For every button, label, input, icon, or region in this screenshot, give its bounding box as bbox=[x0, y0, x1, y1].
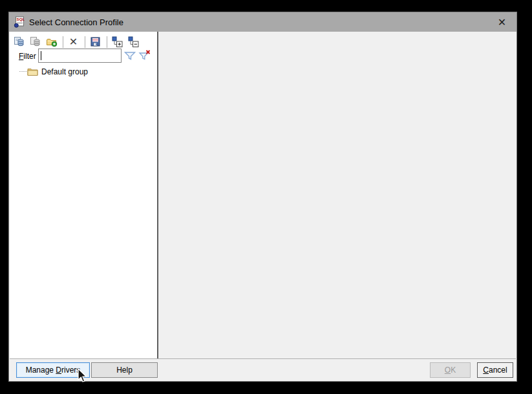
filter-input[interactable] bbox=[38, 49, 122, 63]
save-profiles-icon[interactable] bbox=[89, 36, 101, 48]
tree-connector bbox=[19, 71, 27, 72]
text-caret bbox=[41, 51, 41, 60]
window-title: Select Connection Profile bbox=[29, 17, 123, 27]
filter-icon[interactable] bbox=[123, 50, 136, 61]
help-button[interactable]: Help bbox=[91, 362, 158, 378]
collapse-all-icon[interactable] bbox=[127, 36, 140, 48]
toolbar-separator bbox=[107, 36, 107, 48]
mouse-cursor-icon bbox=[78, 368, 89, 384]
expand-all-icon[interactable] bbox=[111, 36, 123, 48]
ok-button[interactable]: OK bbox=[430, 362, 471, 378]
cancel-button[interactable]: Cancel bbox=[477, 362, 513, 378]
select-connection-profile-dialog: SQL Select Connection Profile ✕ bbox=[8, 12, 517, 382]
profile-tree-panel: ✕ bbox=[10, 32, 157, 358]
toolbar-separator bbox=[85, 36, 85, 48]
toolbar-separator bbox=[63, 36, 63, 48]
tree-item-default-group[interactable]: Default group bbox=[10, 66, 157, 77]
close-icon[interactable]: ✕ bbox=[487, 12, 516, 32]
filter-label: Filter bbox=[19, 52, 36, 61]
profile-detail-panel bbox=[158, 32, 516, 358]
sql-workbench-icon: SQL bbox=[14, 16, 25, 28]
titlebar: SQL Select Connection Profile ✕ bbox=[9, 12, 516, 32]
new-group-icon[interactable] bbox=[45, 36, 58, 48]
svg-text:SQL: SQL bbox=[17, 17, 25, 21]
clear-filter-icon[interactable] bbox=[138, 49, 151, 61]
folder-icon bbox=[27, 67, 38, 76]
profile-toolbar: ✕ bbox=[10, 32, 157, 49]
profile-group-tree: Default group bbox=[10, 66, 157, 77]
copy-profile-icon[interactable] bbox=[29, 36, 41, 48]
delete-profile-icon[interactable]: ✕ bbox=[67, 36, 80, 48]
tree-item-label: Default group bbox=[41, 67, 88, 76]
new-profile-icon[interactable] bbox=[13, 36, 25, 48]
